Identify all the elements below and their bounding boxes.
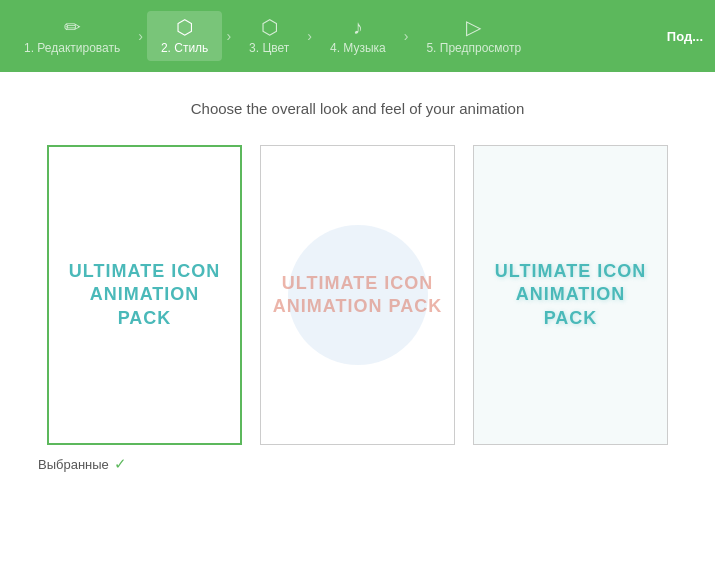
- nav-step-music-label: 4. Музыка: [330, 41, 386, 55]
- chevron-4: ›: [400, 28, 413, 44]
- card-1-text: ULTIMATE ICONANIMATIONPACK: [69, 260, 220, 330]
- color-icon: ⬡: [261, 17, 278, 37]
- chevron-2: ›: [222, 28, 235, 44]
- music-icon: ♪: [353, 17, 363, 37]
- style-card-1[interactable]: ULTIMATE ICONANIMATIONPACK: [47, 145, 242, 445]
- page-subtitle: Choose the overall look and feel of your…: [30, 100, 685, 117]
- nav-step-color-label: 3. Цвет: [249, 41, 289, 55]
- nav-steps: ✏ 1. Редактировать › ⬡ 2. Стиль › ⬡ 3. Ц…: [10, 11, 705, 61]
- nav-corner-label: Под...: [667, 29, 703, 44]
- card-3-text: ULTIMATE ICONANIMATIONPACK: [495, 260, 646, 330]
- style-card-3[interactable]: ULTIMATE ICONANIMATIONPACK: [473, 145, 668, 445]
- nav-step-preview-label: 5. Предпросмотр: [426, 41, 521, 55]
- preview-icon: ▷: [466, 17, 481, 37]
- main-content: Choose the overall look and feel of your…: [0, 72, 715, 493]
- nav-step-color[interactable]: ⬡ 3. Цвет: [235, 17, 303, 55]
- card-2-text: ULTIMATE ICONANIMATION PACK: [273, 272, 442, 319]
- nav-step-style[interactable]: ⬡ 2. Стиль: [147, 11, 222, 61]
- chevron-3: ›: [303, 28, 316, 44]
- check-icon: ✓: [114, 455, 127, 473]
- style-icon: ⬡: [176, 17, 193, 37]
- selected-label-row: Выбранные ✓: [38, 455, 685, 473]
- nav-bar: ✏ 1. Редактировать › ⬡ 2. Стиль › ⬡ 3. Ц…: [0, 0, 715, 72]
- style-cards-row: ULTIMATE ICONANIMATIONPACK ULTIMATE ICON…: [30, 145, 685, 445]
- chevron-1: ›: [134, 28, 147, 44]
- nav-step-edit[interactable]: ✏ 1. Редактировать: [10, 17, 134, 55]
- style-card-2[interactable]: ULTIMATE ICONANIMATION PACK: [260, 145, 455, 445]
- nav-step-edit-label: 1. Редактировать: [24, 41, 120, 55]
- nav-step-music[interactable]: ♪ 4. Музыка: [316, 17, 400, 55]
- edit-icon: ✏: [64, 17, 81, 37]
- nav-step-preview[interactable]: ▷ 5. Предпросмотр: [412, 17, 535, 55]
- nav-step-style-label: 2. Стиль: [161, 41, 208, 55]
- selected-label-text: Выбранные: [38, 457, 109, 472]
